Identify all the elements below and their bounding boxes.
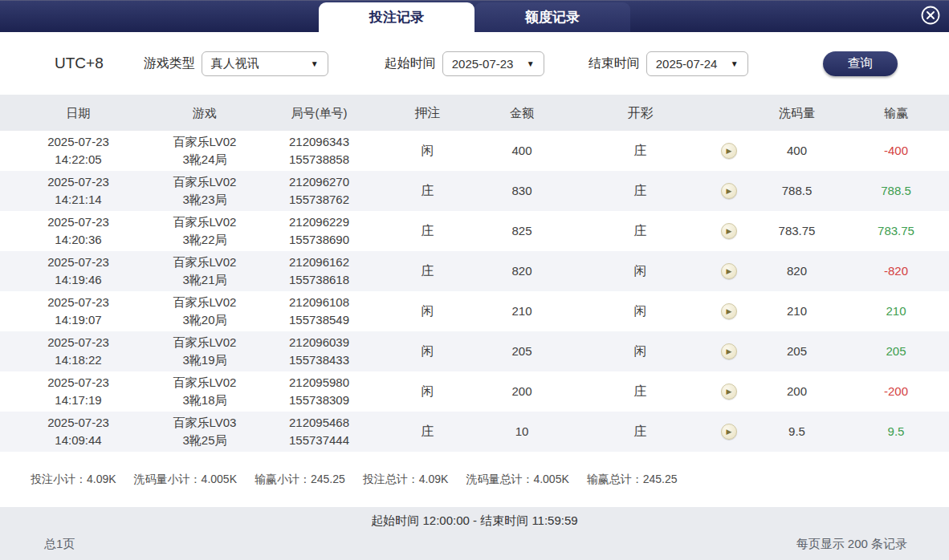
cell-winloss: 9.5 (843, 423, 949, 440)
cell-wash-amount: 205 (751, 343, 843, 360)
play-video-button[interactable]: ▶ (721, 424, 737, 440)
game-type-select[interactable]: 真人视讯 ▼ (202, 51, 328, 76)
close-button[interactable] (919, 4, 942, 26)
cell-play: ▶ (707, 183, 751, 199)
table-row: 2025-07-2314:20:36 百家乐LV023靴22局 21209622… (0, 211, 949, 251)
cell-bet: 庄 (385, 181, 470, 200)
table-body: 2025-07-2314:22:05 百家乐LV023靴24局 21209634… (0, 131, 949, 452)
cell-game: 百家乐LV023靴22局 (157, 213, 253, 249)
table-header: 日期游戏局号(单号)押注金额开彩洗码量输赢 (0, 95, 949, 131)
cell-wash-amount: 200 (751, 383, 843, 400)
table-row: 2025-07-2314:09:44 百家乐LV033靴25局 21209546… (0, 412, 949, 452)
column-header: 金额 (470, 104, 574, 122)
cell-game: 百家乐LV023靴24局 (157, 133, 253, 168)
column-header: 输赢 (843, 104, 949, 122)
play-video-button[interactable]: ▶ (721, 343, 737, 359)
cell-amount: 825 (470, 222, 574, 240)
cell-bet: 庄 (385, 221, 470, 240)
play-icon: ▶ (727, 388, 732, 396)
play-icon: ▶ (727, 308, 732, 315)
column-header: 局号(单号) (253, 104, 385, 122)
cell-bet: 闲 (385, 141, 470, 160)
tab-quota-records[interactable]: 额度记录 (474, 2, 630, 32)
cell-amount: 830 (470, 182, 574, 200)
cell-amount: 205 (470, 343, 574, 360)
cell-date: 2025-07-2314:22:05 (0, 133, 157, 168)
cell-wash-amount: 9.5 (751, 423, 843, 440)
cell-amount: 210 (470, 302, 574, 320)
start-date-value: 2025-07-23 (452, 57, 514, 71)
cell-round-ids: 212096270155738762 (253, 173, 385, 209)
cell-play: ▶ (707, 223, 751, 239)
page-footer: 起始时间 12:00:00 - 结束时间 11:59:59 总1页 每页显示 2… (0, 507, 949, 560)
cell-round-ids: 212096162155738618 (253, 254, 385, 289)
cell-round-ids: 212096039155738433 (253, 334, 385, 369)
query-button[interactable]: 查询 (823, 51, 898, 76)
cell-play: ▶ (707, 303, 751, 319)
table-row: 2025-07-2314:17:19 百家乐LV023靴18局 21209598… (0, 371, 949, 412)
start-time-label: 起始时间 (385, 55, 436, 72)
cell-result: 庄 (574, 382, 707, 400)
cell-date: 2025-07-2314:17:19 (0, 374, 157, 409)
cell-bet: 闲 (385, 302, 470, 320)
column-header: 开彩 (574, 103, 707, 122)
play-video-button[interactable]: ▶ (721, 223, 737, 239)
play-icon: ▶ (727, 348, 732, 355)
play-video-button[interactable]: ▶ (721, 303, 737, 319)
cell-round-ids: 212095980155738309 (253, 374, 385, 409)
cell-round-ids: 212096229155738690 (253, 213, 385, 249)
cell-date: 2025-07-2314:18:22 (0, 334, 157, 369)
close-icon (919, 4, 942, 26)
cell-result: 庄 (574, 181, 707, 200)
cell-date: 2025-07-2314:19:07 (0, 294, 157, 329)
summary-item: 洗码量总计：4.005K (466, 473, 568, 487)
column-header: 日期 (0, 104, 157, 122)
play-video-button[interactable]: ▶ (721, 183, 737, 199)
top-bar: 投注记录 额度记录 (0, 0, 949, 32)
cell-game: 百家乐LV023靴21局 (157, 254, 253, 289)
cell-winloss: -200 (843, 383, 949, 400)
cell-amount: 820 (470, 262, 574, 280)
game-type-label: 游戏类型 (144, 55, 195, 72)
records-per-page: 每页显示 200 条记录 (796, 537, 907, 552)
table-row: 2025-07-2314:21:14 百家乐LV023靴23局 21209627… (0, 171, 949, 211)
session-time-range: 起始时间 12:00:00 - 结束时间 11:59:59 (0, 507, 949, 529)
timezone-label: UTC+8 (55, 55, 104, 72)
column-header: 洗码量 (751, 104, 843, 122)
tab-betting-records[interactable]: 投注记录 (319, 2, 474, 32)
cell-round-ids: 212096343155738858 (253, 133, 385, 168)
cell-result: 庄 (574, 141, 707, 160)
summary-item: 洗码量小计：4.005K (134, 473, 237, 487)
play-video-button[interactable]: ▶ (721, 263, 737, 279)
cell-game: 百家乐LV033靴25局 (157, 414, 253, 449)
cell-date: 2025-07-2314:19:46 (0, 254, 157, 289)
cell-winloss: -400 (843, 142, 949, 160)
cell-game: 百家乐LV023靴19局 (157, 334, 253, 369)
cell-wash-amount: 788.5 (751, 182, 843, 200)
play-icon: ▶ (727, 148, 732, 155)
cell-wash-amount: 820 (751, 262, 843, 280)
cell-result: 闲 (574, 302, 707, 320)
cell-game: 百家乐LV023靴23局 (157, 173, 253, 209)
start-date-select[interactable]: 2025-07-23 ▼ (442, 51, 544, 76)
cell-result: 庄 (574, 221, 707, 240)
cell-result: 闲 (574, 262, 707, 280)
cell-bet: 庄 (385, 422, 470, 440)
cell-wash-amount: 210 (751, 302, 843, 320)
summary-item: 投注小计：4.09K (31, 473, 116, 487)
cell-amount: 200 (470, 383, 574, 400)
cell-winloss: 783.75 (843, 222, 949, 240)
end-date-select[interactable]: 2025-07-24 ▼ (646, 51, 748, 76)
play-video-button[interactable]: ▶ (721, 383, 737, 400)
cell-play: ▶ (707, 143, 751, 159)
cell-bet: 闲 (385, 342, 470, 360)
summary-item: 输赢小计：245.25 (255, 473, 345, 487)
table-row: 2025-07-2314:19:07 百家乐LV023靴20局 21209610… (0, 291, 949, 331)
chevron-down-icon: ▼ (731, 59, 739, 68)
play-icon: ▶ (727, 428, 732, 436)
play-video-button[interactable]: ▶ (721, 143, 737, 159)
column-header: 游戏 (157, 104, 253, 122)
cell-play: ▶ (707, 424, 751, 440)
cell-game: 百家乐LV023靴20局 (157, 294, 253, 329)
page-count: 总1页 (44, 537, 75, 552)
